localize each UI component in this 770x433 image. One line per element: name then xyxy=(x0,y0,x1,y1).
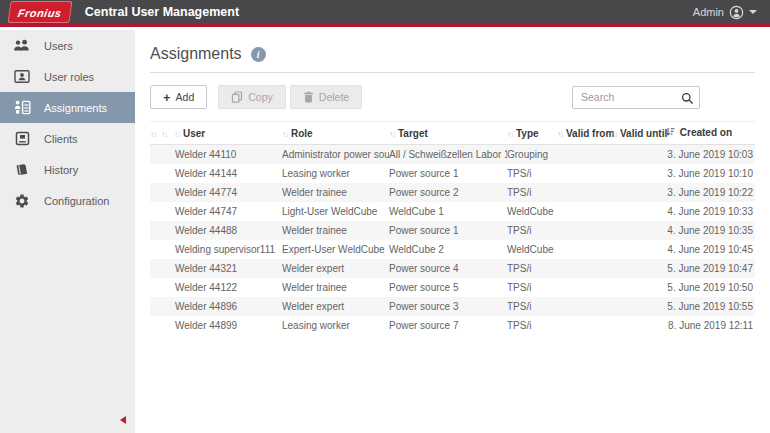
cell-user: Welder 44144 xyxy=(174,164,282,183)
search-icon[interactable] xyxy=(681,91,694,109)
cell-user: Welder 44774 xyxy=(174,183,282,202)
cell-role: Welder expert xyxy=(282,297,389,316)
cell-role: Welder trainee xyxy=(282,183,389,202)
cell-created-on: 4. June 2019 10:35 xyxy=(665,221,755,240)
sidebar-item-clients[interactable]: Clients xyxy=(0,123,135,154)
toolbar: + Add Copy Delete xyxy=(150,85,755,109)
table-row[interactable]: Welder 44122Welder traineePower source 5… xyxy=(150,278,755,297)
row-sort-cell xyxy=(150,145,161,165)
cell-user: Welding supervisor111 xyxy=(174,240,282,259)
table-row[interactable]: Welder 44488Welder traineePower source 1… xyxy=(150,221,755,240)
cell-type: WeldCube xyxy=(507,240,557,259)
cell-target: Power source 1 xyxy=(389,164,507,183)
cell-valid-from xyxy=(557,145,611,165)
cell-valid-until xyxy=(611,202,665,221)
sidebar-item-label: Clients xyxy=(44,133,78,145)
row-sort-cell xyxy=(161,145,174,165)
cell-user: Welder 44747 xyxy=(174,202,282,221)
row-sort-cell xyxy=(161,221,174,240)
cell-user: Welder 44899 xyxy=(174,316,282,335)
delete-button[interactable]: Delete xyxy=(290,85,362,109)
row-sort-cell xyxy=(150,278,161,297)
user-menu[interactable]: Admin xyxy=(693,5,770,20)
table-row[interactable]: Welder 44899Leasing workerPower source 7… xyxy=(150,316,755,335)
sort-icon: ↑↓ xyxy=(507,130,513,139)
cell-created-on: 3. June 2019 10:10 xyxy=(665,164,755,183)
cell-role: Leasing worker xyxy=(282,316,389,335)
sort-icon: ↑↓ xyxy=(389,130,395,139)
table-body: Welder 44110Administrator power sourceAl… xyxy=(150,145,755,336)
cell-valid-from xyxy=(557,297,611,316)
plus-icon: + xyxy=(163,91,171,104)
column-header-valid-until[interactable]: ↑↓Valid until xyxy=(611,122,665,145)
cell-role: Expert-User WeldCube xyxy=(282,240,389,259)
page-title: Assignments xyxy=(150,45,242,63)
sidebar-item-label: Assignments xyxy=(44,102,107,114)
cell-role: Leasing worker xyxy=(282,164,389,183)
user-avatar-icon xyxy=(729,5,744,20)
table-header-row: ↑↓ ↑↓ ↑↓User ↑↓Role ↑↓Target ↑↓Type ↑↓Va… xyxy=(150,122,755,145)
table-row[interactable]: Welder 44321Welder expertPower source 4T… xyxy=(150,259,755,278)
sort-column-extra-1[interactable]: ↑↓ xyxy=(150,122,161,145)
sort-icon: ↑↓ xyxy=(174,130,180,139)
sort-icon: ↑↓ xyxy=(557,130,563,139)
assignments-icon xyxy=(13,100,31,115)
cell-target: Power source 3 xyxy=(389,297,507,316)
cell-type: TPS/i xyxy=(507,221,557,240)
sidebar-item-user-roles[interactable]: User roles xyxy=(0,61,135,92)
sidebar-item-history[interactable]: History xyxy=(0,154,135,185)
cell-type: TPS/i xyxy=(507,278,557,297)
sidebar-nav: Users User roles Assignments Clients His… xyxy=(0,30,135,433)
cell-target: Power source 4 xyxy=(389,259,507,278)
row-sort-cell xyxy=(161,316,174,335)
configuration-icon xyxy=(13,193,31,209)
row-sort-cell xyxy=(161,202,174,221)
table-row[interactable]: Welding supervisor111Expert-User WeldCub… xyxy=(150,240,755,259)
title-divider xyxy=(150,72,755,73)
central-user-management-app: Fronius Central User Management Admin Us… xyxy=(0,0,770,433)
sidebar-collapse-icon[interactable] xyxy=(120,416,126,424)
add-button[interactable]: + Add xyxy=(150,85,207,109)
table-row[interactable]: Welder 44896Welder expertPower source 3T… xyxy=(150,297,755,316)
table-row[interactable]: Welder 44144Leasing workerPower source 1… xyxy=(150,164,755,183)
table-row[interactable]: Welder 44110Administrator power sourceAl… xyxy=(150,145,755,165)
cell-type: Grouping xyxy=(507,145,557,165)
cell-valid-from xyxy=(557,316,611,335)
column-header-type[interactable]: ↑↓Type xyxy=(507,122,557,145)
sort-icon: ↑↓ xyxy=(282,130,288,139)
table-row[interactable]: Welder 44747Light-User WeldCubeWeldCube … xyxy=(150,202,755,221)
sidebar-item-assignments[interactable]: Assignments xyxy=(0,92,135,123)
copy-button[interactable]: Copy xyxy=(218,85,286,109)
info-icon[interactable]: i xyxy=(251,47,266,62)
cell-target: Power source 7 xyxy=(389,316,507,335)
row-sort-cell xyxy=(150,316,161,335)
column-header-user[interactable]: ↑↓User xyxy=(174,122,282,145)
table-row[interactable]: Welder 44774Welder traineePower source 2… xyxy=(150,183,755,202)
row-sort-cell xyxy=(150,183,161,202)
cell-role: Light-User WeldCube xyxy=(282,202,389,221)
column-header-target[interactable]: ↑↓Target xyxy=(389,122,507,145)
cell-valid-from xyxy=(557,278,611,297)
cell-created-on: 5. June 2019 10:50 xyxy=(665,278,755,297)
sidebar-item-users[interactable]: Users xyxy=(0,30,135,61)
sidebar-item-configuration[interactable]: Configuration xyxy=(0,185,135,216)
column-header-created-on[interactable]: Created on xyxy=(665,122,755,145)
cell-target: WeldCube 2 xyxy=(389,240,507,259)
row-sort-cell xyxy=(150,297,161,316)
cell-valid-until xyxy=(611,164,665,183)
column-header-valid-from[interactable]: ↑↓Valid from xyxy=(557,122,611,145)
cell-valid-until xyxy=(611,297,665,316)
cell-valid-from xyxy=(557,183,611,202)
column-header-role[interactable]: ↑↓Role xyxy=(282,122,389,145)
cell-type: WeldCube xyxy=(507,202,557,221)
row-sort-cell xyxy=(161,259,174,278)
delete-icon xyxy=(303,91,314,103)
cell-created-on: 3. June 2019 10:03 xyxy=(665,145,755,165)
cell-valid-until xyxy=(611,259,665,278)
clients-icon xyxy=(13,131,31,146)
cell-valid-until xyxy=(611,240,665,259)
search-box xyxy=(572,86,700,109)
sort-column-extra-2[interactable]: ↑↓ xyxy=(161,122,174,145)
fronius-logo-text: Fronius xyxy=(17,7,63,19)
cell-valid-from xyxy=(557,259,611,278)
